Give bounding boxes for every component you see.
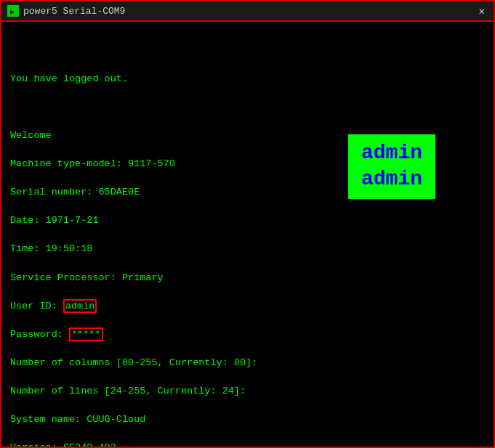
admin-badge: admin admin <box>348 134 435 199</box>
title-bar: ▶ power5 Serial-COM9 ✕ <box>1 1 494 22</box>
admin-badge-line1: admin <box>361 140 422 166</box>
userid-line: User ID: admin <box>10 299 485 314</box>
userid-label: User ID: <box>10 301 63 311</box>
sysname-line: System name: CUUG-Cloud <box>10 412 485 427</box>
password-line: Password: ***** <box>10 327 485 342</box>
admin-badge-line2: admin <box>361 166 422 192</box>
date-line: Date: 1971-7-21 <box>10 213 485 228</box>
columns-line: Number of columns [80-255, Currently: 80… <box>10 356 485 370</box>
blank-line-1 <box>10 44 485 58</box>
blank-line-2 <box>10 100 485 115</box>
terminal-body: You have logged out. Welcome Machine typ… <box>1 22 494 447</box>
time-line: Time: 19:50:18 <box>10 242 485 256</box>
logout-line: You have logged out. <box>10 72 485 86</box>
lines-line: Number of lines [24-255, Currently: 24]: <box>10 384 485 399</box>
service-processor-line: Service Processor: Primary <box>10 271 485 285</box>
password-label: Password: <box>10 329 69 340</box>
terminal-icon: ▶ <box>7 5 19 17</box>
version-line: Version: SF240_403 <box>10 441 485 447</box>
password-value: ***** <box>69 327 103 341</box>
svg-text:▶: ▶ <box>10 9 15 15</box>
userid-value: admin <box>63 299 97 313</box>
terminal-content: You have logged out. Welcome Machine typ… <box>10 29 485 447</box>
window-frame: ▶ power5 Serial-COM9 ✕ You have logged o… <box>0 0 495 448</box>
window-title: power5 Serial-COM9 <box>23 6 472 17</box>
close-button[interactable]: ✕ <box>476 5 488 17</box>
